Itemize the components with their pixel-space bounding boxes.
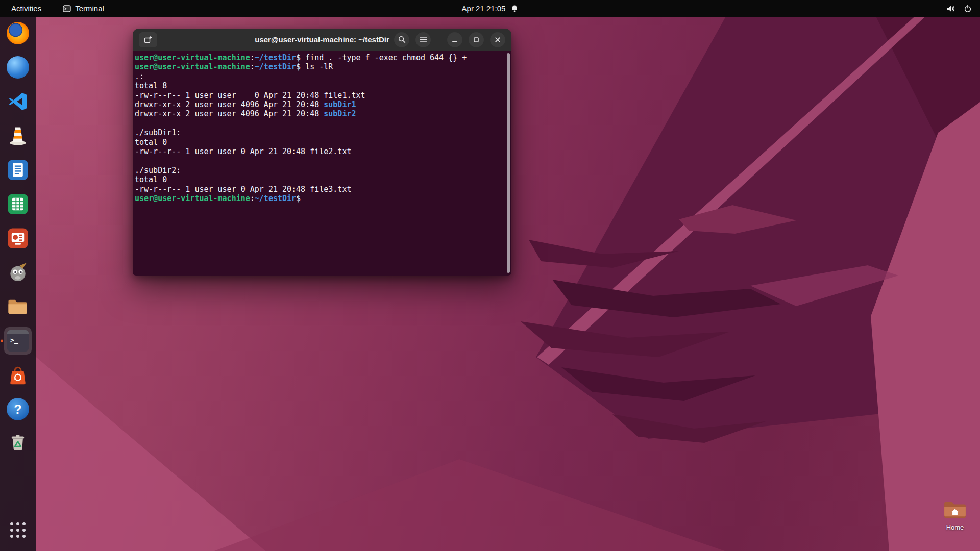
activities-button[interactable]: Activities: [7, 3, 45, 14]
new-tab-button[interactable]: [139, 32, 157, 47]
show-applications-button[interactable]: [4, 516, 32, 544]
dock-item-thunderbird[interactable]: [4, 54, 32, 81]
close-icon: [494, 36, 501, 43]
minimize-button[interactable]: [447, 32, 462, 47]
terminal-icon: >_: [7, 330, 29, 352]
window-title: user@user-virtual-machine: ~/testDir: [255, 35, 389, 44]
thunderbird-icon: [7, 56, 29, 79]
power-icon: [964, 5, 972, 13]
terminal-line: -rw-r--r-- 1 user user 0 Apr 21 20:48 fi…: [135, 185, 504, 194]
terminal-line: total 8: [135, 81, 504, 90]
terminal-line: user@user-virtual-machine:~/testDir$: [135, 194, 504, 203]
terminal-scrollbar[interactable]: [507, 53, 510, 273]
dock-item-gimp[interactable]: [4, 259, 32, 286]
volume-icon: [946, 5, 955, 13]
terminal-line: -rw-r--r-- 1 user user 0 Apr 21 20:48 fi…: [135, 91, 504, 100]
desktop-home-icon[interactable]: Home: [939, 500, 971, 531]
dock-item-trash[interactable]: [4, 430, 32, 457]
search-button[interactable]: [394, 32, 409, 47]
firefox-icon: [7, 22, 29, 44]
dock-item-terminal[interactable]: >_: [4, 327, 32, 355]
libreoffice-impress-icon: [7, 227, 29, 249]
home-folder-icon: [943, 500, 967, 519]
libreoffice-writer-icon: [7, 159, 29, 181]
dock: >_ ?: [0, 17, 36, 551]
top-bar: Activities Terminal Apr 21 21:05: [0, 0, 980, 17]
trash-icon: [7, 432, 29, 455]
terminal-line: total 0: [135, 138, 504, 147]
terminal-line: .:: [135, 72, 504, 81]
dock-item-firefox[interactable]: [4, 19, 32, 47]
terminal-titlebar[interactable]: user@user-virtual-machine: ~/testDir: [133, 29, 511, 51]
terminal-line: ./subDir1:: [135, 128, 504, 137]
hamburger-icon: [420, 36, 427, 43]
terminal-app-icon: [63, 5, 71, 13]
focused-app-label: Terminal: [75, 4, 104, 13]
maximize-button[interactable]: [469, 32, 484, 47]
gimp-icon: [7, 261, 29, 284]
vlc-icon: [7, 124, 29, 147]
terminal-line: -rw-r--r-- 1 user user 0 Apr 21 20:48 fi…: [135, 147, 504, 156]
dock-item-ubuntu-software[interactable]: [4, 361, 32, 389]
vscode-icon: [7, 90, 29, 113]
terminal-window: user@user-virtual-machine: ~/testDir: [133, 29, 511, 276]
terminal-output[interactable]: user@user-virtual-machine:~/testDir$ fin…: [133, 51, 511, 276]
terminal-line: user@user-virtual-machine:~/testDir$ ls …: [135, 62, 504, 71]
focused-app-menu[interactable]: Terminal: [59, 3, 108, 14]
system-status-menu[interactable]: [942, 4, 980, 14]
maximize-icon: [473, 36, 480, 43]
terminal-line: ./subDir2:: [135, 166, 504, 175]
search-icon: [398, 36, 406, 43]
dock-item-libreoffice-impress[interactable]: [4, 224, 32, 252]
clock-label: Apr 21 21:05: [462, 4, 506, 13]
show-applications-icon: [10, 522, 26, 538]
help-icon: ?: [7, 398, 29, 420]
terminal-line: drwxr-xr-x 2 user user 4096 Apr 21 20:48…: [135, 109, 504, 118]
dock-item-vlc[interactable]: [4, 122, 32, 149]
terminal-line: total 0: [135, 175, 504, 184]
dock-item-libreoffice-writer[interactable]: [4, 156, 32, 184]
notification-bell-icon: [510, 5, 518, 12]
menu-button[interactable]: [415, 32, 431, 47]
clock-menu[interactable]: Apr 21 21:05: [458, 3, 523, 14]
terminal-line: drwxr-xr-x 2 user user 4096 Apr 21 20:48…: [135, 100, 504, 109]
terminal-line: [135, 156, 504, 165]
home-icon-label: Home: [939, 523, 971, 531]
dock-item-help[interactable]: ?: [4, 395, 32, 423]
libreoffice-calc-icon: [7, 193, 29, 215]
files-icon: [7, 295, 29, 318]
minimize-icon: [451, 36, 458, 43]
ubuntu-software-icon: [7, 364, 29, 386]
terminal-line: [135, 119, 504, 128]
dock-item-vscode[interactable]: [4, 88, 32, 115]
close-button[interactable]: [490, 32, 505, 47]
dock-item-libreoffice-calc[interactable]: [4, 190, 32, 218]
terminal-line: user@user-virtual-machine:~/testDir$ fin…: [135, 53, 504, 62]
dock-item-files[interactable]: [4, 293, 32, 320]
